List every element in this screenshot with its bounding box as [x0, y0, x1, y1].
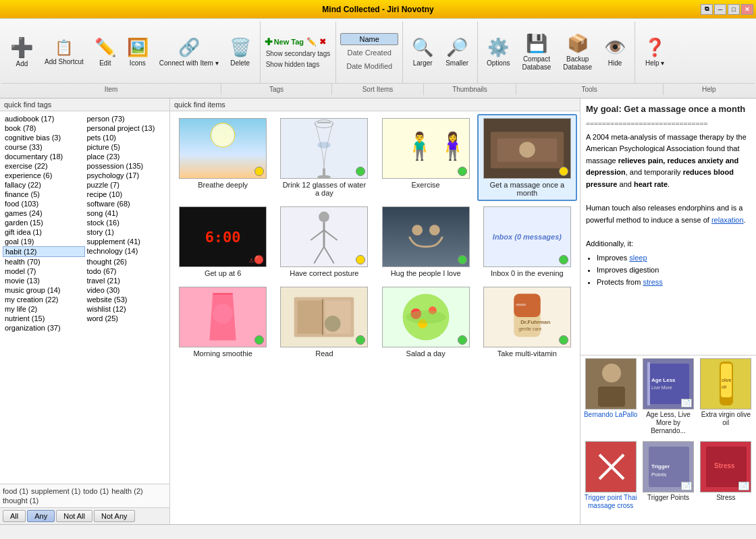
add-button[interactable]: ➕ Add: [5, 28, 38, 77]
edit-tag-icon[interactable]: ✏️: [306, 37, 317, 47]
tag-item-health[interactable]: health (70): [3, 257, 85, 266]
bottom-tag-food[interactable]: food (1): [3, 487, 28, 495]
tag-item-song[interactable]: song (41): [85, 208, 167, 218]
grid-item-6[interactable]: Have correct posture: [274, 202, 374, 281]
backup-db-button[interactable]: 📦 BackupDatabase: [558, 28, 597, 77]
show-hidden-btn[interactable]: Show hidden tags: [265, 60, 321, 69]
tag-item-my-creation[interactable]: my creation (22): [3, 295, 85, 304]
tag-item-video[interactable]: video (30): [85, 285, 167, 295]
grid-item-12[interactable]: Dr.Fuhrmangentle careTake multi-vitamin: [477, 283, 577, 362]
related-item-6[interactable]: Stress📄Stress: [699, 441, 753, 521]
tag-item-word[interactable]: word (25): [85, 314, 167, 323]
delete-tag-icon[interactable]: ✖: [319, 37, 326, 47]
tag-item-software[interactable]: software (68): [85, 199, 167, 208]
larger-button[interactable]: 🔍 Larger: [407, 28, 438, 77]
restore-btn[interactable]: ⧉: [701, 4, 713, 15]
maximize-btn[interactable]: □: [728, 4, 740, 15]
close-btn[interactable]: ✕: [741, 4, 753, 15]
grid-item-2[interactable]: Drink 12 glasses of water a day: [274, 114, 374, 201]
sort-date-created-btn[interactable]: Date Created: [340, 47, 398, 59]
delete-button[interactable]: 🗑️ Delete: [225, 28, 256, 77]
tag-item-possession[interactable]: possession (135): [85, 161, 167, 171]
tag-item-documentary[interactable]: documentary (18): [3, 152, 85, 161]
grid-item-9[interactable]: Morning smoothie: [173, 283, 273, 362]
tag-item-nutrient[interactable]: nutrient (15): [3, 314, 85, 323]
relaxation-link[interactable]: relaxation: [711, 216, 744, 224]
tag-item-my-life[interactable]: my life (2): [3, 304, 85, 314]
tag-item-thought[interactable]: thought (26): [85, 257, 167, 266]
related-item-4[interactable]: Trigger point Thai massage cross: [583, 441, 638, 521]
tag-item-audiobook[interactable]: audiobook (17): [3, 114, 85, 123]
tag-item-stock[interactable]: stock (16): [85, 218, 167, 227]
grid-item-3[interactable]: 🧍‍♂️🧍‍♀️🤸Exercise: [376, 114, 476, 201]
tag-item-goal[interactable]: goal (19): [3, 237, 85, 246]
related-item-2[interactable]: Age LessLive More📄Age Less, Live More by…: [641, 358, 695, 438]
tag-item-todo[interactable]: todo (67): [85, 266, 167, 276]
hide-button[interactable]: 👁️ Hide: [599, 28, 630, 77]
grid-item-4[interactable]: Get a massage once a month: [477, 114, 577, 201]
tag-item-website[interactable]: website (53): [85, 295, 167, 304]
tag-item-movie[interactable]: movie (13): [3, 276, 85, 285]
help-button[interactable]: ❓ Help ▾: [639, 28, 670, 77]
grid-item-10[interactable]: Read: [274, 283, 374, 362]
tag-item-puzzle[interactable]: puzzle (7): [85, 180, 167, 190]
tag-item-music-group[interactable]: music group (14): [3, 285, 85, 295]
tag-item-technology[interactable]: technology (14): [85, 246, 167, 257]
tag-item-course[interactable]: course (33): [3, 142, 85, 152]
tag-item-person[interactable]: person (73): [85, 114, 167, 123]
grid-item-11[interactable]: Salad a day: [376, 283, 476, 362]
tag-item-wishlist[interactable]: wishlist (12): [85, 304, 167, 314]
bottom-tag-health[interactable]: health (2): [111, 487, 142, 495]
icons-button[interactable]: 🖼️ Icons: [122, 28, 153, 77]
show-secondary-btn[interactable]: Show secondary tags: [265, 49, 332, 58]
new-tag-button[interactable]: ✚ New Tag: [265, 36, 304, 47]
filter-btn-any[interactable]: Any: [27, 510, 55, 522]
tag-item-cognitive-bias[interactable]: cognitive bias (3): [3, 133, 85, 142]
tag-item-food[interactable]: food (103): [3, 199, 85, 208]
tag-item-fallacy[interactable]: fallacy (22): [3, 180, 85, 190]
tag-item-exercise[interactable]: exercise (22): [3, 161, 85, 171]
options-button[interactable]: ⚙️ Options: [482, 28, 514, 77]
tag-item-games[interactable]: games (24): [3, 208, 85, 218]
tag-item-recipe[interactable]: recipe (10): [85, 190, 167, 199]
tag-item-pets[interactable]: pets (10): [85, 133, 167, 142]
filter-btn-all[interactable]: All: [3, 510, 26, 522]
filter-btn-not-all[interactable]: Not All: [56, 510, 92, 522]
tag-item-personal-project[interactable]: personal project (13): [85, 123, 167, 133]
tag-item-habit[interactable]: habit (12): [3, 246, 85, 257]
connect-button[interactable]: 🔗 Connect with Item ▾: [155, 28, 223, 77]
tag-item-supplement[interactable]: supplement (41): [85, 237, 167, 246]
filter-btn-not-any[interactable]: Not Any: [94, 510, 135, 522]
sleep-link[interactable]: sleep: [629, 254, 647, 262]
grid-item-5[interactable]: 6:00⚠️🔴Get up at 6: [173, 202, 273, 281]
tag-item-picture[interactable]: picture (5): [85, 142, 167, 152]
related-item-1[interactable]: Bernando LaPallo: [583, 358, 638, 438]
stress-link[interactable]: stress: [643, 278, 662, 286]
add-shortcut-button[interactable]: 📋 Add Shortcut: [40, 28, 88, 77]
sort-name-btn[interactable]: Name: [340, 33, 398, 45]
grid-item-1[interactable]: Breathe deeply: [173, 114, 273, 201]
tag-item-gift-idea[interactable]: gift idea (1): [3, 227, 85, 237]
grid-item-8[interactable]: Inbox (0 messages)Inbox 0 in the evening: [477, 202, 577, 281]
sort-date-modified-btn[interactable]: Date Modified: [340, 60, 398, 72]
bottom-tag-thought[interactable]: thought (1): [3, 497, 38, 505]
edit-button[interactable]: ✏️ Edit: [90, 28, 121, 77]
smaller-button[interactable]: 🔎 Smaller: [441, 28, 473, 77]
tag-item-model[interactable]: model (7): [3, 266, 85, 276]
tag-item-travel[interactable]: travel (21): [85, 276, 167, 285]
tag-item-place[interactable]: place (23): [85, 152, 167, 161]
tag-item-story[interactable]: story (1): [85, 227, 167, 237]
bottom-tag-supplement[interactable]: supplement (1): [31, 487, 80, 495]
tag-item-garden[interactable]: garden (15): [3, 218, 85, 227]
tag-item-experience[interactable]: experience (6): [3, 171, 85, 180]
grid-item-7[interactable]: Hug the people I love: [376, 202, 476, 281]
bottom-tag-todo[interactable]: todo (1): [83, 487, 109, 495]
related-item-5[interactable]: TriggerPoints📄Trigger Points: [641, 441, 695, 521]
related-item-3[interactable]: oliveoilExtra virgin olive oil: [699, 358, 753, 438]
minimize-btn[interactable]: ─: [714, 4, 726, 15]
tag-item-organization[interactable]: organization (37): [3, 323, 85, 333]
tag-item-psychology[interactable]: psychology (17): [85, 171, 167, 180]
tag-item-finance[interactable]: finance (5): [3, 190, 85, 199]
compact-db-button[interactable]: 💾 CompactDatabase: [518, 28, 556, 77]
tag-item-book[interactable]: book (78): [3, 123, 85, 133]
